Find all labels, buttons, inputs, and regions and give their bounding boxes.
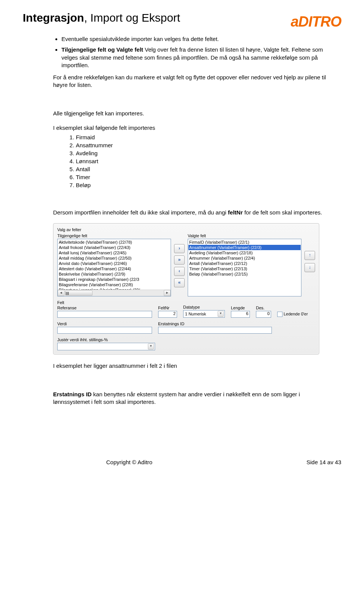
list-item[interactable]: Ansattnummer (VariabelTranser) (22/3) <box>188 245 301 250</box>
paragraph: Alle tilgjengelige felt kan importeres. <box>53 110 326 117</box>
lengde-input[interactable]: 6 <box>231 311 250 318</box>
paragraph: I eksemplet her ligger ansattnummer i fe… <box>53 362 326 370</box>
list-item[interactable]: Attestert dato (VariabelTranser) (22/44) <box>58 266 170 271</box>
des-label: Des. <box>256 306 271 310</box>
referanse-input[interactable] <box>57 311 152 318</box>
move-all-left-button[interactable]: « <box>174 278 185 287</box>
move-down-button[interactable]: ↓ <box>304 263 315 272</box>
bullet-list: Eventuelle spesialutviklede importer kan… <box>53 35 326 69</box>
bullet-item: Eventuelle spesialutviklede importer kan… <box>61 35 326 43</box>
list-item[interactable]: Bilagsreferanse (VariabelTranser) (22/8) <box>58 282 170 287</box>
des-input[interactable]: 0 <box>256 311 271 318</box>
lengde-label: Lengde <box>231 306 250 310</box>
page-title: Integrasjon, Import og Eksport <box>23 11 180 25</box>
list-item[interactable]: Antall (VariabelTranser) (22/12) <box>188 261 301 266</box>
list-item[interactable]: Beskrivelse (VariabelTranser) (22/9) <box>58 271 170 277</box>
juster-select[interactable]: ▼ <box>57 343 155 350</box>
list-item: Antall <box>76 166 326 172</box>
list-item[interactable]: Timer (VariabelTranser) (22/13) <box>188 266 301 271</box>
paragraph: Dersom importfilen inneholder felt du ik… <box>53 209 326 216</box>
page-number: Side 14 av 43 <box>306 459 341 465</box>
copyright-text: Copyright © Aditro <box>106 459 152 465</box>
ledende-checkbox[interactable] <box>277 312 282 317</box>
reorder-buttons: ↑ ↓ <box>304 251 315 272</box>
felt-label: Felt <box>57 300 152 305</box>
numbered-list: Firmaid Ansattnummer Avdeling Lønnsart A… <box>53 134 326 188</box>
erstatnings-id-input[interactable] <box>158 327 272 334</box>
list-item: Ansattnummer <box>76 142 326 148</box>
bullet-item: Tilgjengelige felt og Valgte felt Velg o… <box>61 46 326 69</box>
selected-fields-label: Valgte felt <box>188 233 301 238</box>
selected-fields-listbox[interactable]: FirmaID (VariabelTranser) (22/1) Ansattn… <box>188 239 301 296</box>
list-item[interactable]: Anvist dato (VariabelTranser) (22/46) <box>58 261 170 266</box>
group-title: Valg av felter <box>57 227 315 232</box>
transfer-buttons: › » ‹ « <box>174 244 185 287</box>
list-item[interactable]: Artnummer (VariabelTranser) (22/4) <box>188 255 301 261</box>
move-left-button[interactable]: ‹ <box>174 267 185 276</box>
paragraph: For å endre rekkefølgen kan du markere e… <box>53 74 326 89</box>
list-item[interactable]: FirmaID (VariabelTranser) (22/1) <box>188 240 301 245</box>
list-item: Firmaid <box>76 134 326 140</box>
referanse-label: Referanse <box>57 306 152 310</box>
list-item: Avdeling <box>76 150 326 156</box>
title-rest: , Import og Eksport <box>84 11 180 24</box>
available-fields-listbox[interactable]: Aktivitetskode (VariabelTranser) (22/78)… <box>57 239 171 296</box>
title-strong: Integrasjon <box>23 11 84 24</box>
list-item[interactable]: Beløp (VariabelTranser) (22/15) <box>188 271 301 277</box>
list-item: Timer <box>76 174 326 180</box>
feltnr-label: FeltNr <box>158 306 177 310</box>
scroll-right-icon[interactable]: ► <box>164 290 171 296</box>
move-right-button[interactable]: › <box>174 244 185 253</box>
field-selection-dialog: Valg av felter Tilgjengelige felt Aktivi… <box>53 223 319 355</box>
list-item[interactable]: Bilagsart i regnskap (VariabelTranser) (… <box>58 277 170 282</box>
datatype-select[interactable]: 1 Numerisk ▼ <box>183 310 225 318</box>
move-up-button[interactable]: ↑ <box>304 251 315 260</box>
list-item: Beløp <box>76 182 326 188</box>
list-item[interactable]: Avdeling (VariabelTranser) (22/18) <box>188 250 301 255</box>
move-all-right-button[interactable]: » <box>174 255 185 265</box>
scroll-left-icon[interactable]: ◄ <box>58 290 64 296</box>
paragraph: I eksemplet skal følgende felt importere… <box>53 124 326 132</box>
feltnr-input[interactable]: 2 <box>158 311 177 318</box>
list-item: Lønnsart <box>76 158 326 164</box>
list-item[interactable]: Aktivitetskode (VariabelTranser) (22/78) <box>58 240 170 245</box>
aditro-logo: aDITRO <box>291 14 341 30</box>
chevron-down-icon: ▼ <box>148 344 154 350</box>
list-item[interactable]: Antall lunsj (VariabelTranser) (22/45) <box>58 250 170 255</box>
verdi-label: Verdi <box>57 322 152 326</box>
juster-label: Justér verdi ihht. stillings-% <box>57 337 152 342</box>
horizontal-scrollbar[interactable]: ◄ III ► <box>58 290 171 296</box>
ledende-checkbox-row[interactable]: Ledende 0'er <box>277 312 308 317</box>
available-fields-label: Tilgjengelige felt <box>57 233 171 238</box>
paragraph: Erstatnings ID kan benyttes når eksternt… <box>53 391 326 406</box>
list-item[interactable]: Antall middag (VariabelTranser) (22/50) <box>58 255 170 261</box>
verdi-input[interactable] <box>57 327 152 334</box>
chevron-down-icon: ▼ <box>218 311 224 317</box>
list-item[interactable]: Antall frokost (VariabelTranser) (22/43) <box>58 245 170 250</box>
datatype-label: Datatype <box>183 305 225 309</box>
scroll-thumb[interactable]: III <box>65 290 93 296</box>
page-footer: Copyright © Aditro Side 14 av 43 <box>23 459 341 465</box>
erstatnings-id-label: Erstatnings ID <box>158 322 272 326</box>
